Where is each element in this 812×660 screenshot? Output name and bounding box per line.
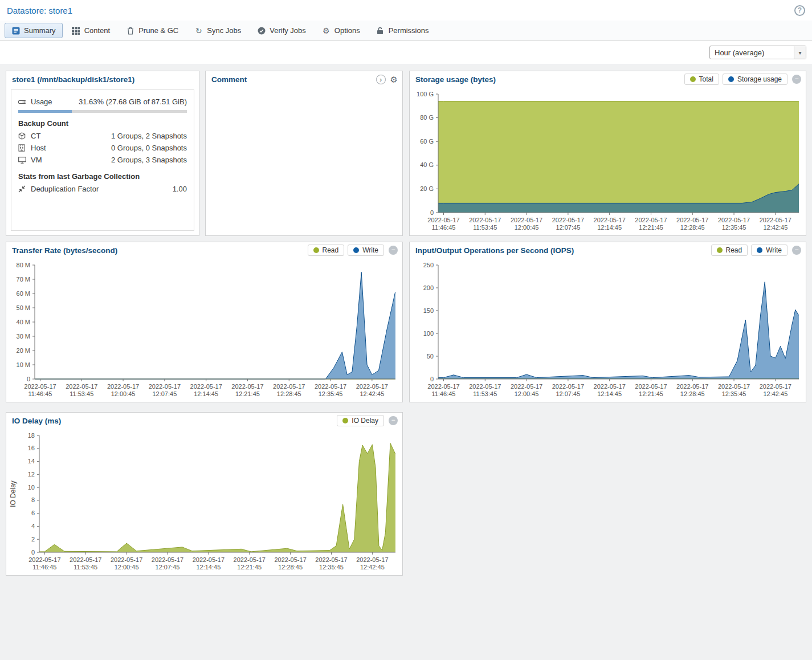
legend-dot — [313, 247, 319, 253]
usage-row: Usage 31.63% (27.68 GiB of 87.51 GiB) — [18, 96, 187, 108]
svg-text:11:46:45: 11:46:45 — [28, 390, 52, 397]
panel-title: Input/Output Operations per Second (IOPS… — [415, 246, 707, 255]
svg-text:2022-05-17: 2022-05-17 — [70, 556, 101, 563]
svg-text:11:46:45: 11:46:45 — [431, 390, 455, 397]
gear-icon: ⚙ — [322, 27, 330, 35]
collapse-legend-icon[interactable]: − — [792, 75, 801, 84]
svg-text:12:42:45: 12:42:45 — [360, 564, 385, 571]
tab-sync-jobs[interactable]: ↻ Sync Jobs — [187, 23, 248, 38]
svg-text:12:35:45: 12:35:45 — [319, 564, 344, 571]
tab-prune-gc[interactable]: Prune & GC — [119, 23, 185, 38]
time-range-select[interactable]: Hour (average) ▾ — [709, 46, 806, 59]
svg-text:2022-05-17: 2022-05-17 — [718, 217, 750, 223]
legend-dot — [342, 418, 348, 423]
panel-title: Storage usage (bytes) — [415, 75, 680, 84]
svg-text:11:46:45: 11:46:45 — [431, 224, 455, 231]
svg-text:2022-05-17: 2022-05-17 — [315, 556, 347, 563]
legend-item-write[interactable]: Write — [348, 245, 384, 256]
svg-text:2022-05-17: 2022-05-17 — [149, 383, 181, 390]
tab-bar: Summary Content Prune & GC ↻ Sync Jobs V… — [0, 21, 812, 41]
svg-text:12:14:45: 12:14:45 — [597, 390, 622, 397]
tab-label: Content — [84, 26, 111, 35]
tab-options[interactable]: ⚙ Options — [315, 23, 367, 38]
svg-text:200: 200 — [423, 284, 434, 291]
chevron-right-icon[interactable]: › — [376, 75, 386, 84]
svg-text:30 M: 30 M — [17, 333, 30, 340]
svg-text:12:35:45: 12:35:45 — [319, 390, 343, 397]
svg-text:2022-05-17: 2022-05-17 — [552, 383, 584, 390]
comment-panel: Comment › ⚙ — [205, 71, 403, 236]
legend-item-storage-usage[interactable]: Storage usage — [723, 74, 787, 85]
storage-usage-panel: Storage usage (bytes) Total Storage usag… — [409, 71, 806, 236]
legend-item-total[interactable]: Total — [684, 74, 719, 85]
collapse-legend-icon[interactable]: − — [389, 246, 398, 255]
svg-text:2022-05-17: 2022-05-17 — [356, 383, 388, 390]
svg-text:100: 100 — [423, 330, 434, 337]
svg-text:12:28:45: 12:28:45 — [277, 390, 301, 397]
svg-text:2022-05-17: 2022-05-17 — [193, 556, 225, 563]
svg-text:50: 50 — [427, 353, 434, 360]
svg-text:11:46:45: 11:46:45 — [32, 564, 56, 571]
storage-usage-chart: 020 G40 G60 G80 G100 G2022-05-1711:46:45… — [410, 87, 806, 235]
backup-count-value: 2 Groups, 3 Snapshots — [111, 156, 187, 164]
backup-count-row-host: Host 0 Groups, 0 Snapshots — [18, 142, 187, 154]
backup-count-heading: Backup Count — [18, 119, 187, 128]
svg-text:16: 16 — [28, 445, 35, 451]
check-circle-icon — [257, 27, 266, 35]
collapse-legend-icon[interactable]: − — [389, 416, 398, 425]
tab-label: Options — [334, 26, 360, 35]
svg-text:12:14:45: 12:14:45 — [597, 224, 622, 231]
svg-text:2022-05-17: 2022-05-17 — [635, 383, 667, 390]
svg-text:2022-05-17: 2022-05-17 — [273, 383, 305, 390]
svg-text:8: 8 — [31, 496, 35, 503]
legend-item-read[interactable]: Read — [711, 245, 748, 256]
gc-stats-heading: Stats from last Garbage Collection — [18, 172, 187, 181]
svg-text:11:53:45: 11:53:45 — [473, 390, 497, 397]
svg-text:12:00:45: 12:00:45 — [115, 564, 139, 571]
svg-text:2022-05-17: 2022-05-17 — [511, 217, 542, 223]
svg-text:12:35:45: 12:35:45 — [722, 224, 746, 231]
svg-text:0: 0 — [430, 376, 434, 382]
tab-content[interactable]: Content — [65, 23, 117, 38]
help-button[interactable]: ? — [794, 5, 805, 16]
legend-dot — [728, 76, 734, 82]
datastore-title: Datastore: store1 — [7, 6, 72, 15]
dedup-factor-value: 1.00 — [173, 185, 187, 193]
backup-count-value: 1 Groups, 2 Snapshots — [111, 132, 187, 140]
svg-text:2022-05-17: 2022-05-17 — [718, 383, 750, 390]
svg-text:2022-05-17: 2022-05-17 — [190, 383, 222, 390]
legend-item-read[interactable]: Read — [308, 245, 345, 256]
summary-icon — [11, 27, 20, 35]
collapse-legend-icon[interactable]: − — [792, 246, 801, 255]
trash-icon — [126, 27, 134, 35]
content-area: store1 (/mnt/backup/disk1/store1) Usage … — [0, 64, 812, 660]
svg-text:12:14:45: 12:14:45 — [194, 390, 218, 397]
gear-icon[interactable]: ⚙ — [390, 75, 398, 84]
chart-legend: Read Write — [308, 245, 384, 256]
svg-text:50 M: 50 M — [17, 304, 30, 311]
svg-text:2022-05-17: 2022-05-17 — [511, 383, 542, 390]
svg-text:2022-05-17: 2022-05-17 — [469, 383, 501, 390]
io-delay-panel: IO Delay (ms) IO Delay − 024681012141618… — [6, 412, 403, 576]
backup-type-label: Host — [31, 144, 111, 152]
legend-dot — [757, 247, 762, 253]
tab-summary[interactable]: Summary — [5, 23, 63, 38]
legend-item-write[interactable]: Write — [751, 245, 787, 256]
svg-text:12:42:45: 12:42:45 — [360, 390, 384, 397]
tab-verify-jobs[interactable]: Verify Jobs — [250, 23, 313, 38]
tab-label: Summary — [24, 26, 56, 35]
svg-text:40 M: 40 M — [17, 319, 30, 325]
svg-text:2022-05-17: 2022-05-17 — [760, 383, 791, 390]
top-header-bar: Datastore: store1 ? — [0, 0, 812, 21]
svg-text:12:07:45: 12:07:45 — [556, 390, 580, 397]
svg-text:60 G: 60 G — [420, 138, 434, 145]
hdd-icon — [18, 99, 31, 105]
chevron-down-icon[interactable]: ▾ — [794, 46, 806, 59]
svg-text:12:28:45: 12:28:45 — [680, 390, 705, 397]
backup-count-row-vm: VM 2 Groups, 3 Snapshots — [18, 154, 187, 166]
svg-text:10: 10 — [28, 484, 35, 491]
legend-item-io-delay[interactable]: IO Delay — [337, 415, 384, 426]
compress-arrows-icon — [18, 185, 31, 193]
svg-text:12:42:45: 12:42:45 — [763, 224, 787, 231]
tab-permissions[interactable]: Permissions — [369, 23, 436, 38]
